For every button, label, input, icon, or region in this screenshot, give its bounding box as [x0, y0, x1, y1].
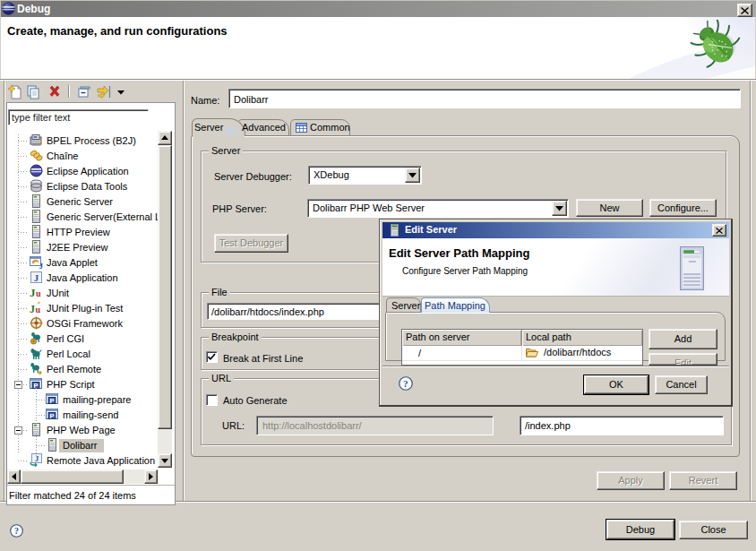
svg-text:?: ? [403, 379, 408, 389]
svg-text:P: P [49, 397, 54, 405]
svg-text:J: J [39, 262, 44, 270]
svg-text:J: J [34, 272, 39, 283]
svg-text:u: u [36, 305, 41, 314]
svg-text:J: J [30, 286, 36, 299]
svg-text:P: P [49, 412, 54, 420]
svg-text:?: ? [14, 526, 19, 536]
svg-text:u: u [36, 288, 41, 298]
svg-text:J: J [30, 303, 35, 314]
